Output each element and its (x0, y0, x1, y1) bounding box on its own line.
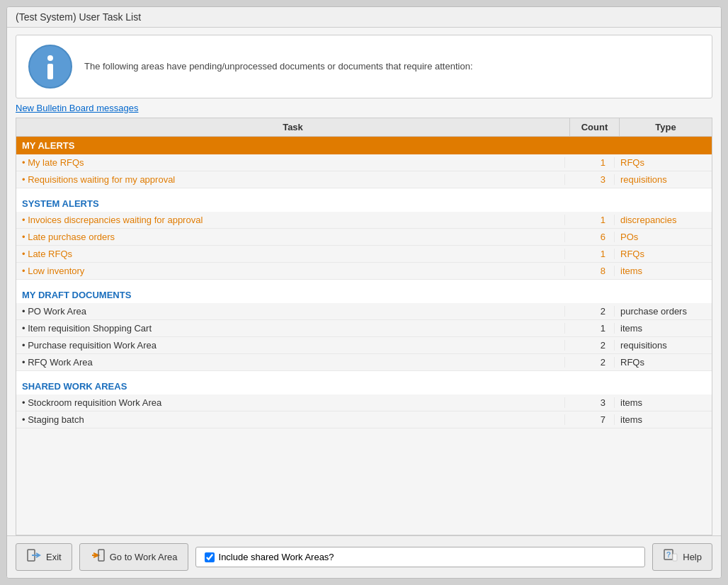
table-row[interactable]: • Late purchase orders 6 POs (16, 229, 712, 246)
table-body-wrapper: MY ALERTS • My late RFQs 1 RFQs • Requis… (16, 137, 712, 535)
th-type: Type (620, 118, 712, 136)
row-task-label: • Staging batch (22, 414, 564, 425)
svg-rect-2 (47, 64, 53, 79)
task-table: Task Count Type MY ALERTS • My late RFQs… (16, 118, 712, 535)
info-icon (28, 44, 73, 89)
table-row: • Item requisition Shopping Cart 1 items (16, 320, 712, 337)
row-count-value: 2 (564, 357, 614, 368)
row-task-label[interactable]: • Late purchase orders (22, 232, 564, 242)
row-task-label: • Item requisition Shopping Cart (22, 323, 564, 334)
section-label-row-system-alerts: SYSTEM ALERTS (16, 194, 712, 212)
help-icon: ? (663, 548, 678, 566)
exit-icon (26, 548, 42, 566)
table-row[interactable]: • Late RFQs 1 RFQs (16, 246, 712, 263)
title-bar: (Test System) User Task List (7, 7, 721, 28)
section-label: MY ALERTS (22, 140, 564, 151)
section-gap (16, 280, 712, 285)
row-task-label[interactable]: • Late RFQs (22, 249, 564, 259)
row-task-label: • Purchase requisition Work Area (22, 340, 564, 351)
info-section: The following areas have pending/unproce… (16, 35, 712, 98)
table-row: • Stockroom requisition Work Area 3 item… (16, 394, 712, 411)
row-task-label: • PO Work Area (22, 306, 564, 317)
main-window: (Test System) User Task List The followi… (6, 6, 722, 579)
table-row: • RFQ Work Area 2 RFQs (16, 354, 712, 371)
row-count-value: 1 (564, 323, 614, 334)
row-type-value: items (614, 266, 706, 276)
help-label: Help (683, 552, 702, 562)
section-label: SYSTEM ALERTS (22, 198, 706, 209)
row-count-value: 1 (564, 215, 614, 225)
info-text: The following areas have pending/unproce… (84, 59, 473, 74)
row-count-value: 6 (564, 232, 614, 242)
section-gap (16, 188, 712, 194)
row-type-value: discrepancies (614, 215, 706, 225)
goto-work-area-button[interactable]: Go to Work Area (79, 543, 188, 571)
row-type-value: items (614, 397, 706, 408)
row-type-value: items (614, 323, 706, 334)
section-gap (16, 371, 712, 377)
row-type-value: RFQs (614, 157, 706, 168)
row-count-value: 3 (564, 174, 614, 185)
row-task-label: • Stockroom requisition Work Area (22, 397, 564, 408)
goto-label: Go to Work Area (110, 552, 178, 562)
table-body[interactable]: MY ALERTS • My late RFQs 1 RFQs • Requis… (16, 137, 712, 535)
row-task-label[interactable]: • Low inventory (22, 266, 564, 276)
row-count-value: 2 (564, 340, 614, 351)
row-count-value: 1 (564, 157, 614, 168)
row-type-value: requisitions (614, 174, 706, 185)
table-header: Task Count Type (16, 118, 712, 137)
include-shared-label[interactable]: Include shared Work Areas? (219, 552, 334, 562)
section-header-my-alerts: MY ALERTS (16, 137, 712, 154)
footer: Exit Go to Work Area Include shared Work… (7, 535, 721, 578)
svg-point-1 (47, 55, 53, 61)
row-task-label[interactable]: • Requisitions waiting for my approval (22, 174, 564, 185)
row-count-value: 3 (564, 397, 614, 408)
section-label: MY DRAFT DOCUMENTS (22, 290, 706, 300)
row-type-value: purchase orders (614, 306, 706, 317)
table-row[interactable]: • Low inventory 8 items (16, 263, 712, 280)
row-task-label[interactable]: • My late RFQs (22, 157, 564, 168)
section-label-row-my-draft-documents: MY DRAFT DOCUMENTS (16, 285, 712, 303)
row-count-value: 1 (564, 249, 614, 259)
table-row[interactable]: • My late RFQs 1 RFQs (16, 154, 712, 171)
row-type-value: requisitions (614, 340, 706, 351)
row-type-value: items (614, 414, 706, 425)
include-shared-checkbox[interactable] (205, 552, 215, 562)
row-count-value: 2 (564, 306, 614, 317)
row-type-value: RFQs (614, 357, 706, 368)
row-type-value: POs (614, 232, 706, 242)
row-count-value: 7 (564, 414, 614, 425)
window-title: (Test System) User Task List (16, 11, 141, 23)
exit-label: Exit (46, 552, 62, 562)
row-task-label: • RFQ Work Area (22, 357, 564, 368)
table-row: • Purchase requisition Work Area 2 requi… (16, 337, 712, 354)
table-row[interactable]: • Requisitions waiting for my approval 3… (16, 171, 712, 188)
help-button[interactable]: ? Help (652, 543, 712, 571)
svg-text:?: ? (666, 550, 671, 559)
table-row: • PO Work Area 2 purchase orders (16, 303, 712, 320)
goto-icon (90, 548, 106, 566)
section-label: SHARED WORK AREAS (22, 381, 706, 392)
table-row[interactable]: • Invoices discrepancies waiting for app… (16, 212, 712, 229)
include-shared-checkbox-area[interactable]: Include shared Work Areas? (195, 547, 646, 567)
row-count-value: 8 (564, 266, 614, 276)
bulletin-board-link[interactable]: New Bulletin Board messages (16, 103, 712, 113)
exit-button[interactable]: Exit (16, 543, 72, 571)
table-row: • Staging batch 7 items (16, 411, 712, 428)
th-task: Task (16, 118, 570, 136)
section-label-row-shared-work-areas: SHARED WORK AREAS (16, 377, 712, 394)
row-task-label[interactable]: • Invoices discrepancies waiting for app… (22, 215, 564, 225)
row-type-value: RFQs (614, 249, 706, 259)
svg-rect-9 (673, 554, 677, 561)
th-count: Count (570, 118, 620, 136)
